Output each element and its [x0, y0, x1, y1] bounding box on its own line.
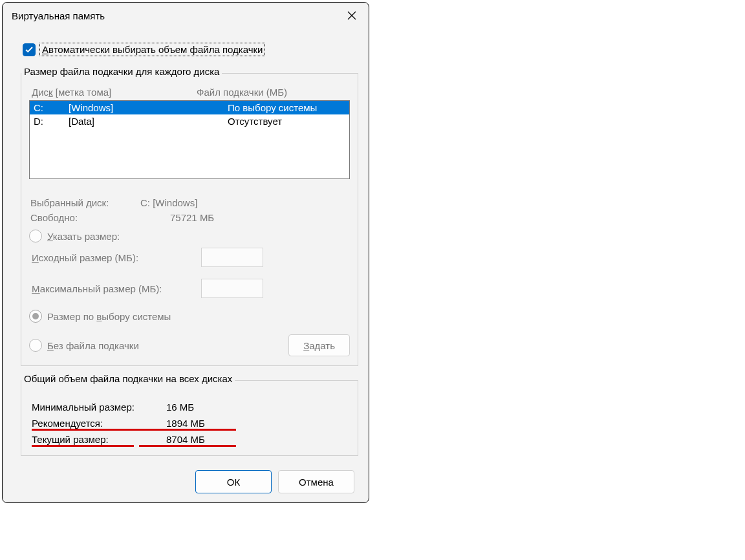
disk-pf: Отсутствует: [228, 116, 282, 127]
drives-group: Размер файла подкачки для каждого диска …: [21, 73, 358, 366]
min-size-value: 16 МБ: [166, 402, 194, 413]
custom-size-label: Указать размер:: [47, 231, 120, 242]
header-paging: Файл подкачки (МБ): [197, 87, 287, 98]
max-size-label: Максимальный размер (МБ):: [32, 283, 201, 294]
disk-row[interactable]: D: [Data] Отсутствует: [30, 114, 349, 128]
set-button[interactable]: Задать: [288, 334, 350, 356]
no-paging-label: Без файла подкачки: [47, 340, 139, 351]
no-paging-row: Без файла подкачки Задать: [29, 334, 350, 356]
header-disk: Диск [метка тома]: [32, 87, 197, 98]
totals-group-title: Общий объем файла подкачки на всех диска…: [21, 373, 235, 384]
no-paging-radio[interactable]: [29, 339, 42, 352]
annotation-underline-icon: [32, 429, 236, 431]
titlebar: Виртуальная память: [3, 3, 369, 28]
disk-label: [Data]: [69, 116, 228, 127]
system-managed-label: Размер по выбору системы: [47, 311, 171, 322]
ok-button[interactable]: ОК: [195, 470, 272, 493]
auto-manage-row: Автоматически выбирать объем файла подка…: [21, 34, 358, 64]
totals-group: Общий объем файла подкачки на всех диска…: [21, 380, 358, 456]
recommended-label: Рекомендуется:: [32, 418, 166, 429]
current-size-value: 8704 МБ: [166, 434, 205, 445]
drives-group-title: Размер файла подкачки для каждого диска: [21, 66, 222, 77]
max-size-input[interactable]: [201, 279, 263, 298]
free-space-value: 75721 МБ: [134, 212, 214, 223]
disk-letter: C:: [34, 102, 69, 113]
custom-size-radio-row: Указать размер:: [29, 230, 350, 242]
dialog-content: Автоматически выбирать объем файла подка…: [3, 28, 369, 456]
auto-manage-checkbox[interactable]: [23, 43, 36, 56]
disk-list-header: Диск [метка тома] Файл подкачки (МБ): [29, 85, 350, 100]
custom-size-radio[interactable]: [29, 230, 42, 242]
custom-size-inputs: Исходный размер (МБ): Максимальный разме…: [29, 248, 350, 298]
current-size-label: Текущий размер:: [32, 434, 166, 445]
initial-size-label: Исходный размер (МБ):: [32, 252, 201, 263]
disk-pf: По выбору системы: [228, 102, 317, 113]
selected-drive-value: C: [Windows]: [134, 197, 197, 208]
selected-drive-info: Выбранный диск: C: [Windows] Свободно: 7…: [29, 179, 350, 223]
system-managed-radio[interactable]: [29, 310, 42, 323]
virtual-memory-dialog: Виртуальная память Автоматически выбират…: [2, 2, 369, 503]
cancel-button[interactable]: Отмена: [278, 470, 354, 493]
disk-row[interactable]: C: [Windows] По выбору системы: [30, 101, 349, 114]
min-size-label: Минимальный размер:: [32, 402, 166, 413]
close-icon: [347, 11, 356, 20]
close-button[interactable]: [344, 8, 360, 23]
free-space-label: Свободно:: [30, 212, 134, 223]
selected-drive-label: Выбранный диск:: [30, 197, 134, 208]
auto-manage-label[interactable]: Автоматически выбирать объем файла подка…: [39, 43, 265, 56]
disk-list[interactable]: C: [Windows] По выбору системы D: [Data]…: [29, 100, 350, 179]
disk-letter: D:: [34, 116, 69, 127]
dialog-title: Виртуальная память: [12, 10, 105, 21]
initial-size-input[interactable]: [201, 248, 263, 267]
disk-label: [Windows]: [69, 102, 228, 113]
annotation-underline-icon: [139, 445, 236, 447]
annotation-underline-icon: [32, 445, 134, 447]
system-managed-radio-row: Размер по выбору системы: [29, 310, 350, 323]
recommended-value: 1894 МБ: [166, 418, 205, 429]
dialog-footer: ОК Отмена: [3, 456, 369, 493]
check-icon: [25, 47, 33, 53]
